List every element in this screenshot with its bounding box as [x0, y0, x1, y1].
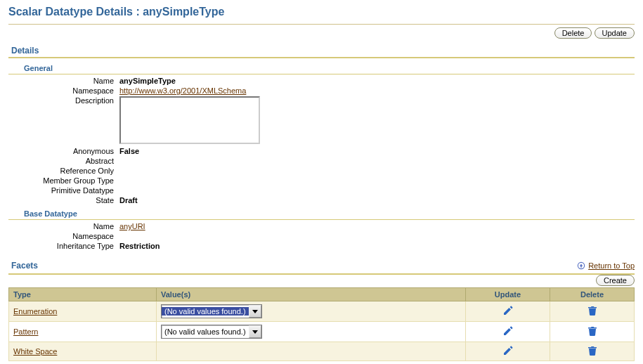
value-description-wrap: [119, 96, 260, 145]
trash-icon[interactable]: [587, 305, 598, 316]
label-reference-only: Reference Only: [8, 167, 119, 175]
title-divider: [8, 24, 635, 25]
value-state: Draft: [119, 196, 138, 204]
trash-icon[interactable]: [587, 325, 598, 337]
label-description: Description: [8, 96, 119, 105]
facet-type-link[interactable]: White Space: [13, 347, 57, 356]
label-base-name: Name: [8, 222, 119, 230]
label-base-inheritance: Inheritance Type: [8, 242, 119, 250]
pencil-icon[interactable]: [502, 345, 514, 356]
col-header-update[interactable]: Update: [466, 288, 550, 301]
details-heading: Details: [8, 43, 635, 58]
table-row: Pattern(No valid values found.): [9, 322, 635, 342]
base-datatype-heading: Base Datatype: [8, 205, 635, 220]
facet-values-select[interactable]: (No valid values found.): [161, 325, 262, 339]
delete-button[interactable]: Delete: [554, 27, 592, 39]
chevron-down-icon[interactable]: [249, 325, 261, 338]
field-base-namespace: Namespace: [8, 231, 635, 241]
namespace-link[interactable]: http://www.w3.org/2001/XMLSchema: [119, 86, 246, 95]
create-button[interactable]: Create: [596, 275, 635, 286]
label-state: State: [8, 196, 119, 204]
col-header-values[interactable]: Value(s): [157, 288, 466, 301]
facets-table: Type Value(s) Update Delete Enumeration(…: [8, 287, 635, 361]
pencil-icon[interactable]: [502, 305, 514, 316]
value-anonymous: False: [119, 147, 139, 155]
field-name: Name anySimpleType: [8, 76, 635, 86]
trash-icon[interactable]: [587, 345, 598, 356]
facet-type-link[interactable]: Enumeration: [13, 307, 57, 316]
field-base-name: Name anyURI: [8, 221, 635, 231]
label-base-namespace: Namespace: [8, 232, 119, 240]
base-name-link[interactable]: anyURI: [119, 222, 145, 230]
label-primitive-datatype: Primitive Datatype: [8, 186, 119, 195]
page-title: Scalar Datatype Details : anySimpleType: [8, 6, 635, 22]
label-name: Name: [8, 77, 119, 85]
return-to-top-link[interactable]: Return to Top: [588, 261, 635, 270]
chevron-down-icon[interactable]: [249, 305, 261, 318]
field-description: Description: [8, 96, 635, 146]
value-name: anySimpleType: [119, 77, 176, 85]
general-heading: General: [8, 60, 635, 74]
facets-heading: Facets: [8, 258, 577, 272]
field-abstract: Abstract: [8, 156, 635, 166]
field-anonymous: Anonymous False: [8, 146, 635, 156]
facet-values-text: (No valid values found.): [162, 307, 249, 316]
table-row: White Space: [9, 342, 635, 361]
facet-values-text: (No valid values found.): [162, 327, 249, 336]
col-header-delete[interactable]: Delete: [550, 288, 635, 301]
col-header-type[interactable]: Type: [9, 288, 157, 301]
update-button[interactable]: Update: [595, 27, 635, 39]
field-state: State Draft: [8, 195, 635, 205]
field-primitive-datatype: Primitive Datatype: [8, 186, 635, 195]
label-anonymous: Anonymous: [8, 147, 119, 155]
label-member-group-type: Member Group Type: [8, 176, 119, 185]
field-member-group-type: Member Group Type: [8, 176, 635, 186]
value-base-name: anyURI: [119, 222, 145, 230]
description-textarea[interactable]: [119, 96, 260, 144]
create-button-bar: Create: [8, 275, 635, 287]
top-button-bar: Delete Update: [8, 27, 635, 43]
facet-type-link[interactable]: Pattern: [13, 327, 38, 336]
field-base-inheritance: Inheritance Type Restriction: [8, 241, 635, 251]
field-reference-only: Reference Only: [8, 166, 635, 176]
pencil-icon[interactable]: [502, 325, 514, 337]
field-namespace: Namespace http://www.w3.org/2001/XMLSche…: [8, 86, 635, 96]
label-abstract: Abstract: [8, 157, 119, 165]
label-namespace: Namespace: [8, 86, 119, 95]
value-namespace: http://www.w3.org/2001/XMLSchema: [119, 86, 246, 95]
return-to-top-icon: [577, 261, 585, 270]
return-to-top: Return to Top: [577, 261, 635, 270]
value-base-inheritance: Restriction: [119, 242, 160, 250]
table-row: Enumeration(No valid values found.): [9, 301, 635, 322]
facet-values-select[interactable]: (No valid values found.): [161, 304, 262, 318]
